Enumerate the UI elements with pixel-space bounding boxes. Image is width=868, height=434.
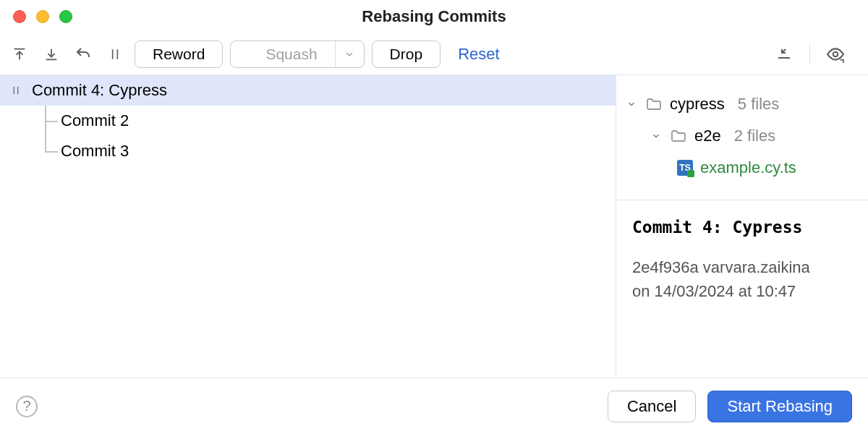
pause-marker-icon (0, 85, 32, 96)
commit-row[interactable]: Commit 3 (0, 136, 616, 166)
move-down-icon[interactable] (39, 42, 64, 67)
window-title: Rebasing Commits (362, 7, 506, 26)
commit-title: Commit 4: Cypress (632, 218, 852, 237)
footer: ? Cancel Start Rebasing (0, 378, 868, 434)
minimize-window-button[interactable] (36, 10, 49, 23)
close-window-button[interactable] (13, 10, 26, 23)
titlebar: Rebasing Commits (0, 0, 868, 33)
commit-datetime: on 14/03/2024 at 10:47 (632, 279, 852, 303)
commit-details: Commit 4: Cypress 2e4f936a varvara.zaiki… (616, 200, 868, 320)
reword-button[interactable]: Reword (135, 41, 223, 68)
undo-icon[interactable] (71, 42, 95, 67)
file-row[interactable]: TS example.cy.ts (625, 152, 855, 184)
collapse-icon[interactable] (772, 42, 796, 67)
squash-label: Squash (248, 46, 334, 63)
commit-hash-author: 2e4f936a varvara.zaikina (632, 255, 852, 279)
commit-label: Commit 2 (61, 111, 616, 130)
commit-label: Commit 4: Cypress (32, 81, 616, 100)
commits-panel: Commit 4: Cypress Commit 2 Commit 3 (0, 75, 616, 378)
cancel-button[interactable]: Cancel (608, 391, 696, 422)
body: Commit 4: Cypress Commit 2 Commit 3 (0, 75, 868, 378)
file-tree: cypress 5 files e2e 2 files TS example.c… (616, 75, 868, 200)
file-count: 5 files (738, 95, 779, 114)
commit-row[interactable]: Commit 4: Cypress (0, 75, 616, 106)
move-up-icon[interactable] (7, 42, 32, 67)
folder-name: cypress (670, 95, 725, 114)
typescript-file-icon: TS (677, 160, 693, 176)
folder-icon (670, 127, 687, 145)
folder-name: e2e (694, 127, 721, 145)
reset-link[interactable]: Reset (458, 45, 499, 64)
file-name: example.cy.ts (700, 158, 796, 177)
commit-label: Commit 3 (61, 142, 616, 161)
right-tools (772, 42, 861, 67)
folder-row[interactable]: cypress 5 files (625, 88, 855, 120)
tree-connector (32, 106, 61, 136)
tree-connector (32, 136, 61, 166)
rebase-dialog: Rebasing Commits Reword Squash Drop Rese… (0, 0, 868, 434)
pause-icon[interactable] (103, 42, 127, 67)
zoom-window-button[interactable] (59, 10, 72, 23)
preview-icon[interactable] (823, 42, 848, 67)
help-icon[interactable]: ? (16, 396, 38, 417)
file-count: 2 files (734, 127, 775, 145)
toolbar: Reword Squash Drop Reset (0, 33, 868, 75)
chevron-down-icon (650, 131, 663, 141)
details-panel: cypress 5 files e2e 2 files TS example.c… (616, 75, 868, 378)
squash-button[interactable]: Squash (230, 41, 364, 68)
footer-buttons: Cancel Start Rebasing (608, 391, 852, 422)
folder-icon (645, 95, 663, 113)
svg-point-7 (833, 51, 838, 56)
drop-button[interactable]: Drop (372, 41, 441, 68)
separator (809, 43, 810, 65)
chevron-down-icon (625, 99, 638, 109)
window-controls (13, 10, 72, 23)
chevron-down-icon[interactable] (335, 41, 364, 67)
commit-row[interactable]: Commit 2 (0, 106, 616, 136)
folder-row[interactable]: e2e 2 files (625, 120, 855, 152)
start-rebasing-button[interactable]: Start Rebasing (707, 391, 852, 422)
